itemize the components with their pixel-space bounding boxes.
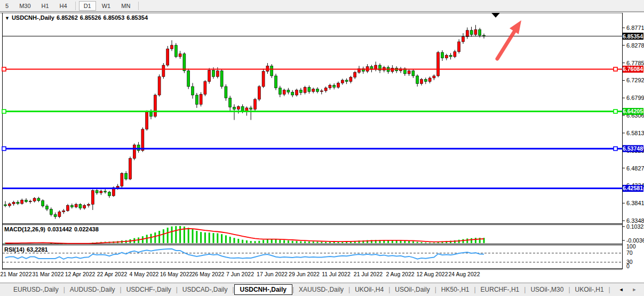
tab-audusd-daily[interactable]: AUDUSD-,Daily [65, 284, 120, 295]
candle [279, 88, 281, 95]
rsi-axis-label: 100 [626, 243, 636, 250]
price-badge-label: 6.42581 [623, 185, 643, 191]
candle [262, 71, 265, 87]
candle [304, 87, 306, 92]
candle [133, 145, 136, 158]
window-gap [0, 12, 644, 13]
rsi-value: 63,2281 [27, 246, 48, 253]
price-badge-label: 6.76084 [623, 66, 643, 72]
candle [316, 89, 319, 92]
macd-histogram-bar [300, 242, 301, 243]
macd-histogram-bar [179, 226, 181, 243]
tab-usdchf-daily[interactable]: USDCHF-,Daily [122, 284, 176, 295]
candle [420, 80, 423, 84]
tab-usdcad-daily[interactable]: USDCAD-,Daily [178, 284, 233, 295]
candle [329, 85, 331, 88]
candle [428, 78, 431, 82]
date-label: 29 Jun 2022 [289, 271, 320, 277]
tab-usoil-m30[interactable]: USOil-,M30 [526, 284, 568, 295]
candle [12, 202, 15, 204]
candle [187, 71, 190, 87]
candle [150, 112, 153, 116]
candle [75, 204, 77, 207]
tab-usdcnh-daily[interactable]: USDCNH-,Daily [234, 284, 292, 295]
candle [4, 205, 7, 206]
macd-value-signal: 0.022438 [74, 226, 99, 232]
macd-histogram-bar [288, 240, 289, 243]
macd-histogram-bar [404, 241, 406, 243]
symbol-tab-bar: EURUSD-,Daily|AUDUSD-,Daily|USDCHF-,Dail… [0, 283, 644, 296]
timeframe-button-5[interactable]: 5 [1, 1, 13, 11]
tab-hk50-h1[interactable]: HK50-,H1 [436, 284, 474, 295]
candle [296, 90, 298, 95]
candle [88, 204, 90, 205]
tab-ukoil-h4[interactable]: UKOil-,H4 [350, 284, 388, 295]
rsi-indicator-label: RSI(14)63,2281 [4, 246, 50, 253]
macd-histogram-bar [167, 228, 169, 243]
candle [158, 76, 161, 95]
candle [258, 87, 260, 99]
line-handle [614, 67, 617, 71]
date-label: 12 Apr 2022 [65, 271, 96, 277]
candle [125, 173, 128, 179]
chart-canvas[interactable]: 6.877156.827856.778556.729256.679956.630… [0, 0, 644, 296]
candle [62, 211, 65, 212]
timeframe-button-w1[interactable]: W1 [97, 1, 116, 11]
macd-histogram-bar [296, 241, 298, 243]
chart-collapse-icon[interactable]: ▼ [5, 15, 10, 21]
tab-scroll-left-icon[interactable]: ◄ [619, 287, 624, 292]
macd-histogram-bar [313, 242, 314, 243]
macd-histogram-bar [412, 242, 414, 243]
candle [29, 201, 31, 201]
macd-histogram-bar [217, 233, 218, 243]
timeframe-button-m30[interactable]: M30 [14, 1, 35, 11]
candle [416, 76, 419, 84]
price-tick-label: 6.82785 [626, 42, 644, 49]
candle [121, 173, 123, 186]
line-handle [614, 147, 617, 151]
candle [337, 83, 340, 87]
line-handle [614, 110, 617, 113]
red-arrow-annotation[interactable] [497, 20, 521, 59]
tab-eurchf-h1[interactable]: EURCHF-,H1 [476, 284, 524, 295]
macd-histogram-bar [475, 238, 476, 243]
candle [33, 198, 36, 201]
candle [408, 71, 410, 74]
candle [104, 191, 107, 192]
timeframe-button-h1[interactable]: H1 [37, 1, 54, 11]
timeframe-toolbar: 5M30H1H4D1W1MN [0, 0, 644, 12]
tab-xauusd-daily[interactable]: XAUUSD-,Daily [294, 284, 348, 295]
candle [67, 205, 69, 211]
candle [129, 158, 132, 179]
macd-histogram-bar [425, 243, 426, 243]
date-label: 4 May 2022 [130, 271, 159, 277]
candle [454, 52, 456, 57]
tab-usoil-daily[interactable]: USOil-,Daily [390, 284, 434, 295]
macd-histogram-bar [325, 242, 327, 243]
candle [146, 112, 148, 129]
macd-name: MACD(12,26,9) [4, 226, 45, 232]
candle [50, 209, 52, 215]
macd-histogram-bar [421, 242, 423, 243]
candle [275, 76, 277, 88]
timeframe-button-h4[interactable]: H4 [55, 1, 72, 11]
macd-histogram-bar [292, 241, 293, 243]
candle [271, 66, 273, 76]
tab-ukoil-h1[interactable]: UKOil-,H1 [570, 284, 609, 295]
candle [91, 190, 94, 204]
candle [70, 205, 73, 207]
candle [354, 72, 356, 77]
timeframe-button-mn[interactable]: MN [116, 1, 135, 11]
line-handle [2, 147, 6, 151]
rsi-axis-label: 70 [626, 250, 633, 256]
tab-eurusd-daily[interactable]: EURUSD-,Daily [9, 284, 63, 295]
macd-histogram-bar [246, 240, 248, 243]
candle [100, 191, 102, 193]
candle [391, 68, 394, 72]
date-label: 2 Aug 2022 [386, 271, 414, 277]
candle [333, 85, 336, 87]
macd-histogram-bar [263, 240, 264, 243]
tab-scroll-right-icon[interactable]: ► [632, 287, 637, 292]
candle [424, 80, 427, 82]
timeframe-button-d1[interactable]: D1 [79, 1, 96, 11]
